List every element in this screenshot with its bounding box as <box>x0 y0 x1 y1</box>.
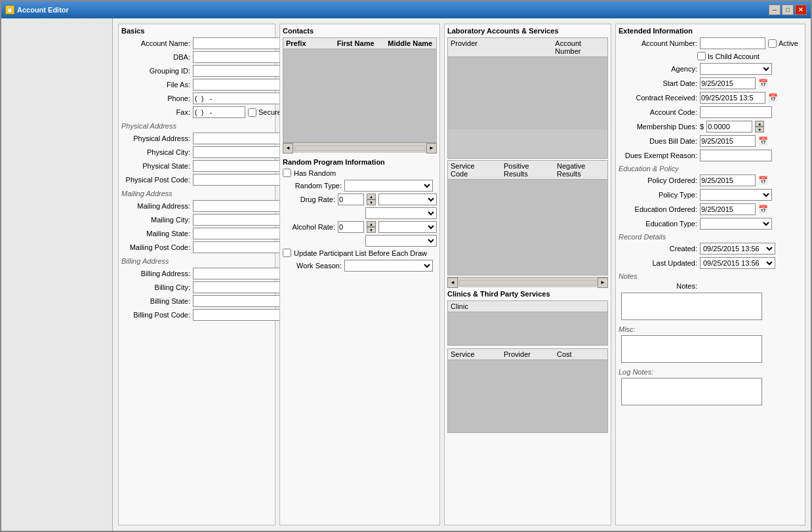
edu-calendar-icon[interactable]: 📅 <box>758 205 768 214</box>
physical-city-input[interactable] <box>193 146 287 158</box>
dues-bill-date-row: Dues Bill Date: 📅 <box>619 135 802 147</box>
scroll-left-btn[interactable]: ◄ <box>283 143 293 153</box>
dues-up[interactable]: ▲ <box>755 121 764 127</box>
billing-city-input[interactable] <box>193 281 287 293</box>
physical-state-label: Physical State: <box>121 162 190 170</box>
restore-button[interactable]: □ <box>782 5 794 15</box>
mailing-address-row: Mailing Address: <box>121 200 272 212</box>
secure-checkbox-label[interactable]: Secure <box>248 108 281 117</box>
alcohol-rate-extra-select[interactable] <box>365 235 437 247</box>
basics-panel: Basics Account Name: DBA: Grouping ID: F… <box>118 24 275 525</box>
contacts-scrollbar[interactable]: ◄ ► <box>283 142 437 153</box>
log-notes-textarea[interactable] <box>621 378 762 405</box>
mailing-state-input[interactable] <box>193 228 287 239</box>
main-content: Basics Account Name: DBA: Grouping ID: F… <box>113 18 811 531</box>
billing-state-input[interactable] <box>193 295 287 307</box>
created-label: Created: <box>619 245 697 253</box>
policy-calendar-icon[interactable]: 📅 <box>758 176 768 185</box>
education-type-select[interactable] <box>700 218 772 230</box>
alcohol-rate-input[interactable] <box>338 221 364 233</box>
close-button[interactable]: ✕ <box>795 5 807 15</box>
random-type-select[interactable] <box>344 180 433 192</box>
alcohol-rate-extra-row <box>283 235 437 247</box>
is-child-account-label[interactable]: Is Child Account <box>697 52 760 60</box>
alcohol-rate-unit-select[interactable] <box>378 221 437 233</box>
physical-state-input[interactable] <box>193 160 287 172</box>
billing-address-input[interactable] <box>193 268 287 279</box>
start-date-input[interactable] <box>700 77 756 89</box>
contract-calendar-icon[interactable]: 📅 <box>768 93 778 102</box>
billing-postcode-input[interactable] <box>193 309 287 321</box>
membership-dues-spinner[interactable]: ▲ ▼ <box>755 121 764 133</box>
phone-row: Phone: <box>121 92 272 104</box>
billing-postcode-row: Billing Post Code: <box>121 309 272 321</box>
last-updated-row: Last Updated: 09/25/2015 13:56 <box>619 257 802 269</box>
file-as-input[interactable] <box>193 79 287 91</box>
services-scrollbar[interactable]: ◄ ► <box>447 277 608 287</box>
misc-textarea[interactable] <box>621 335 762 363</box>
fax-input[interactable] <box>193 106 245 118</box>
mailing-address-input[interactable] <box>193 200 287 212</box>
education-type-row: Education Type: <box>619 218 802 230</box>
alcohol-rate-down[interactable]: ▼ <box>367 227 376 233</box>
membership-dues-label: Membership Dues: <box>619 123 697 131</box>
physical-postcode-input[interactable] <box>193 174 287 186</box>
services-scroll-left[interactable]: ◄ <box>447 277 458 288</box>
mailing-postcode-input[interactable] <box>193 241 287 253</box>
log-notes-section: Log Notes: <box>619 368 802 407</box>
misc-title: Misc: <box>619 325 802 333</box>
has-random-checkbox[interactable] <box>283 169 291 177</box>
membership-dues-input[interactable] <box>706 121 752 133</box>
active-checkbox-label[interactable]: Active <box>768 39 798 48</box>
agency-select[interactable] <box>700 63 772 75</box>
notes-textarea[interactable] <box>621 293 762 320</box>
notes-label: Notes: <box>619 282 697 290</box>
drug-rate-label: Drug Rate: <box>283 195 335 203</box>
secure-checkbox[interactable] <box>248 108 256 117</box>
mailing-city-input[interactable] <box>193 214 287 226</box>
policy-type-select[interactable] <box>700 189 772 201</box>
alcohol-rate-spinner[interactable]: ▲ ▼ <box>367 221 376 233</box>
services-scroll-right[interactable]: ► <box>598 277 608 288</box>
education-ordered-input[interactable] <box>700 203 756 215</box>
billing-address-section: Billing Address Billing Address: Billing… <box>121 257 272 321</box>
contract-received-input[interactable] <box>700 92 765 104</box>
left-sidebar <box>1 18 113 531</box>
dues-down[interactable]: ▼ <box>755 127 764 133</box>
account-name-input[interactable] <box>193 37 287 49</box>
mailing-address-title: Mailing Address <box>121 190 272 197</box>
agency-row: Agency: <box>619 63 802 75</box>
dba-input[interactable] <box>193 51 287 63</box>
provider-cost-col-cost: Cost <box>554 350 607 358</box>
mailing-city-row: Mailing City: <box>121 214 272 226</box>
last-updated-select[interactable]: 09/25/2015 13:56 <box>700 257 775 269</box>
dues-bill-date-input[interactable] <box>700 135 756 147</box>
policy-type-label: Policy Type: <box>619 191 697 199</box>
drug-rate-input[interactable] <box>338 194 364 205</box>
drug-rate-down[interactable]: ▼ <box>367 199 376 205</box>
scroll-right-btn[interactable]: ► <box>426 143 437 153</box>
dues-exempt-reason-input[interactable] <box>700 150 772 161</box>
account-code-input[interactable] <box>700 106 772 118</box>
created-select[interactable]: 09/25/2015 13:56 <box>700 243 775 255</box>
policy-ordered-input[interactable] <box>700 174 756 186</box>
grouping-id-input[interactable] <box>193 65 287 77</box>
minimize-button[interactable]: ─ <box>769 5 781 15</box>
account-number-input[interactable] <box>700 37 765 49</box>
update-participant-checkbox[interactable] <box>283 249 291 257</box>
work-season-select[interactable] <box>344 260 433 272</box>
alcohol-rate-up[interactable]: ▲ <box>367 221 376 227</box>
phone-input[interactable] <box>193 92 287 104</box>
active-checkbox[interactable] <box>768 39 777 48</box>
physical-address-input[interactable] <box>193 133 287 144</box>
drug-rate-up[interactable]: ▲ <box>367 194 376 199</box>
services-scroll-track[interactable] <box>459 280 596 285</box>
scroll-track[interactable] <box>294 146 425 151</box>
dues-calendar-icon[interactable]: 📅 <box>758 136 768 146</box>
drug-rate-extra-select[interactable] <box>365 207 437 219</box>
calendar-icon[interactable]: 📅 <box>758 79 768 88</box>
drug-rate-unit-select[interactable] <box>378 194 437 205</box>
drug-rate-spinner[interactable]: ▲ ▼ <box>367 194 376 205</box>
update-participant-label: Update Participant List Before Each Draw <box>294 249 427 257</box>
is-child-account-checkbox[interactable] <box>697 52 706 60</box>
